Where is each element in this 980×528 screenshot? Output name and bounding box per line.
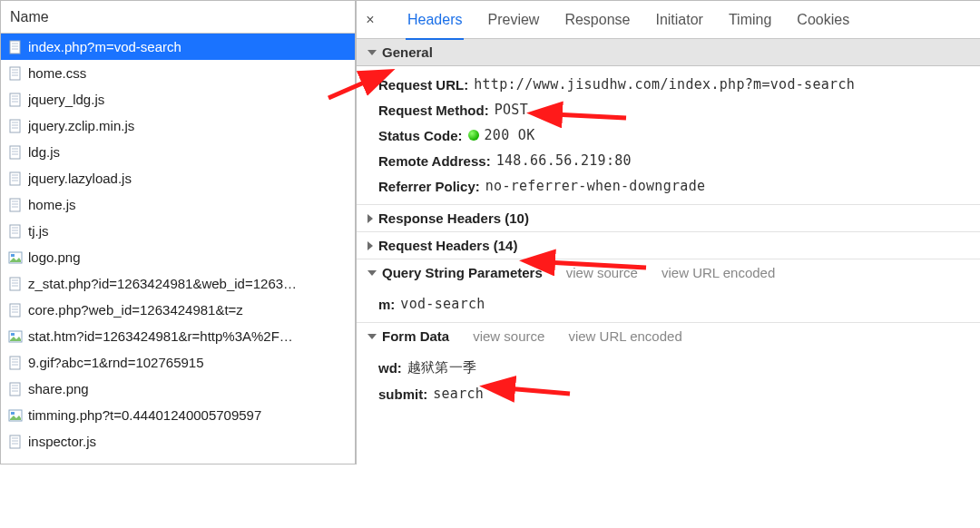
file-row[interactable]: 9.gif?abc=1&rnd=102765915 — [1, 349, 355, 376]
file-row[interactable]: logo.png — [1, 244, 355, 270]
file-label: jquery_ldg.js — [28, 86, 104, 112]
file-row[interactable]: home.js — [1, 191, 355, 218]
svg-rect-24 — [10, 199, 20, 211]
image-file-icon — [8, 408, 23, 423]
tab-initiator[interactable]: Initiator — [653, 1, 704, 39]
svg-rect-28 — [10, 225, 20, 238]
document-file-icon — [8, 382, 23, 396]
kv-submit: submit: search — [378, 381, 980, 406]
network-detail-pane: × HeadersPreviewResponseInitiatorTimingC… — [356, 0, 980, 464]
detail-tabs: × HeadersPreviewResponseInitiatorTimingC… — [357, 1, 980, 39]
view-source-link[interactable]: view source — [566, 265, 638, 280]
kv-key: Request URL: — [378, 77, 468, 93]
tab-response[interactable]: Response — [563, 1, 632, 39]
file-label: tj.js — [28, 218, 49, 244]
file-label: index.php?m=vod-search — [28, 34, 181, 60]
file-row[interactable]: jquery_ldg.js — [1, 86, 355, 112]
file-label: stat.htm?id=1263424981&r=http%3A%2F… — [28, 323, 293, 349]
document-file-icon — [8, 171, 23, 186]
kv-value: POST — [495, 102, 528, 118]
svg-rect-54 — [10, 435, 20, 448]
file-label: jquery.lazyload.js — [28, 165, 132, 191]
kv-key: Remote Address: — [378, 153, 491, 169]
section-title: Request Headers (14) — [378, 238, 517, 253]
svg-rect-8 — [10, 93, 20, 106]
document-file-icon — [8, 198, 23, 212]
file-row[interactable]: ldg.js — [1, 139, 355, 165]
kv-key: wd: — [378, 360, 402, 376]
kv-value: http://www.jisudhw.com/index.php?m=vod-s… — [474, 76, 855, 93]
file-label: timming.php?t=0.44401240005709597 — [28, 402, 261, 428]
close-icon[interactable]: × — [364, 12, 377, 28]
svg-rect-53 — [11, 412, 15, 415]
document-file-icon — [8, 145, 23, 160]
file-label: inspector.js — [28, 428, 96, 455]
document-file-icon — [8, 66, 23, 81]
document-file-icon — [8, 224, 23, 239]
tab-preview[interactable]: Preview — [485, 1, 541, 39]
file-row[interactable]: z_stat.php?id=1263424981&web_id=1263… — [1, 270, 355, 297]
document-file-icon — [8, 435, 23, 449]
kv-m: m: vod-search — [378, 291, 980, 317]
svg-rect-4 — [10, 67, 20, 80]
section-form-data[interactable]: Form Data view source view URL encoded — [357, 322, 980, 349]
document-file-icon — [8, 356, 23, 370]
view-url-encoded-link[interactable]: view URL encoded — [568, 328, 681, 344]
kv-referrer-policy: Referrer Policy: no-referrer-when-downgr… — [378, 173, 980, 199]
image-file-icon — [8, 250, 23, 265]
svg-rect-48 — [10, 383, 20, 396]
chevron-right-icon — [368, 241, 373, 250]
section-title: Response Headers (10) — [378, 210, 529, 226]
file-list: index.php?m=vod-searchhome.cssjquery_ldg… — [1, 34, 355, 464]
file-row[interactable]: stat.htm?id=1263424981&r=http%3A%2F… — [1, 323, 355, 349]
section-response-headers[interactable]: Response Headers (10) — [357, 204, 980, 231]
kv-wd: wd: 越狱第一季 — [378, 355, 980, 381]
file-row[interactable]: jquery.zclip.min.js — [1, 112, 355, 139]
section-query-string[interactable]: Query String Parameters view source view… — [357, 259, 980, 286]
kv-key: Status Code: — [378, 128, 463, 143]
kv-request-url: Request URL: http://www.jisudhw.com/inde… — [378, 72, 980, 97]
kv-value: no-referrer-when-downgrade — [485, 178, 706, 194]
kv-value: 148.66.56.219:80 — [496, 152, 632, 169]
tab-headers[interactable]: Headers — [406, 1, 464, 39]
file-label: share.png — [28, 376, 89, 402]
file-row[interactable]: home.css — [1, 60, 355, 86]
kv-key: Request Method: — [378, 103, 489, 118]
chevron-right-icon — [368, 214, 373, 223]
kv-value: vod-search — [400, 296, 485, 312]
file-row[interactable]: inspector.js — [1, 428, 355, 455]
file-label: core.php?web_id=1263424981&t=z — [28, 297, 243, 323]
form-block: wd: 越狱第一季 submit: search — [357, 349, 980, 412]
file-label: 9.gif?abc=1&rnd=102765915 — [28, 349, 204, 376]
kv-key: Referrer Policy: — [378, 179, 480, 194]
file-row[interactable]: timming.php?t=0.44401240005709597 — [1, 402, 355, 428]
view-url-encoded-link[interactable]: view URL encoded — [662, 265, 775, 280]
chevron-down-icon — [368, 270, 377, 276]
svg-rect-12 — [10, 120, 20, 132]
svg-rect-0 — [10, 41, 20, 54]
section-title: Query String Parameters — [382, 265, 543, 280]
kv-key: submit: — [378, 386, 427, 402]
file-row[interactable]: jquery.lazyload.js — [1, 165, 355, 191]
network-file-list-pane: Name index.php?m=vod-searchhome.cssjquer… — [0, 0, 356, 464]
tab-timing[interactable]: Timing — [727, 1, 773, 39]
kv-value: 200 OK — [485, 127, 535, 143]
section-request-headers[interactable]: Request Headers (14) — [357, 231, 980, 259]
file-row[interactable]: core.php?web_id=1263424981&t=z — [1, 297, 355, 323]
tab-cookies[interactable]: Cookies — [795, 1, 851, 39]
file-row[interactable]: index.php?m=vod-search — [1, 34, 355, 60]
file-row[interactable]: tj.js — [1, 218, 355, 244]
section-general[interactable]: General — [357, 39, 980, 66]
section-title: Form Data — [382, 328, 449, 344]
svg-rect-38 — [10, 304, 20, 317]
view-source-link[interactable]: view source — [473, 328, 544, 344]
file-label: jquery.zclip.min.js — [28, 112, 134, 139]
file-list-header: Name — [1, 1, 355, 34]
kv-status-code: Status Code: 200 OK — [378, 122, 980, 148]
kv-request-method: Request Method: POST — [378, 97, 980, 122]
file-row[interactable]: share.png — [1, 376, 355, 402]
svg-rect-34 — [10, 278, 20, 290]
kv-key: m: — [378, 297, 395, 312]
document-file-icon — [8, 119, 23, 133]
chevron-down-icon — [368, 50, 377, 55]
